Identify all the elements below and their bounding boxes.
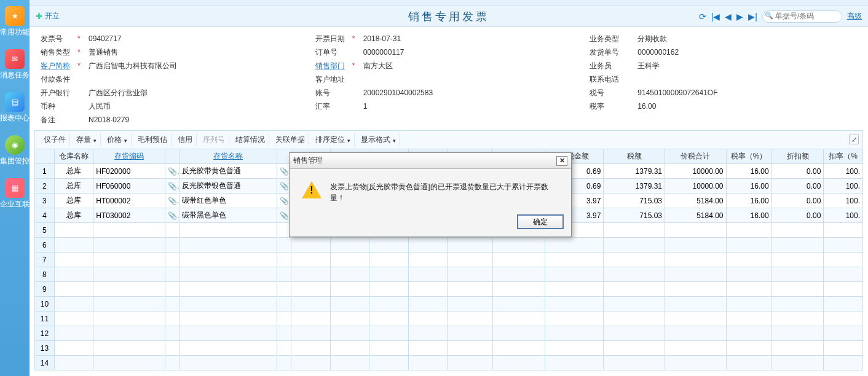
sidebar-item-report[interactable]: ▤报表中心: [0, 86, 30, 129]
table-row-empty[interactable]: 13: [35, 341, 863, 356]
cell-empty[interactable]: [545, 267, 604, 282]
cell-empty[interactable]: [771, 297, 824, 311]
attach-icon[interactable]: 📎: [165, 179, 179, 194]
cell-empty[interactable]: [665, 341, 727, 356]
cell-empty[interactable]: [93, 326, 165, 341]
field-value[interactable]: 0000000117: [361, 48, 404, 57]
cell-empty[interactable]: [165, 341, 179, 356]
cell-empty[interactable]: [726, 267, 771, 282]
cell-empty[interactable]: [330, 297, 369, 311]
cell-name[interactable]: 反光胶带银色普通: [180, 179, 277, 194]
cell-name[interactable]: 碳带红色单色: [180, 194, 277, 208]
field-value[interactable]: 0000000162: [635, 48, 679, 57]
cell-empty[interactable]: [93, 238, 165, 253]
cell-pst[interactable]: 10000.00: [665, 179, 727, 194]
cell-disc[interactable]: 0.00: [771, 179, 824, 194]
cell-empty[interactable]: [604, 341, 665, 356]
cell-empty[interactable]: [93, 356, 165, 370]
cell-empty[interactable]: [165, 223, 179, 238]
cell-tax[interactable]: 715.03: [604, 194, 665, 208]
cell-wh[interactable]: 总库: [54, 208, 93, 223]
cell-empty[interactable]: [493, 253, 545, 267]
cell-empty[interactable]: [771, 282, 824, 297]
cell-empty[interactable]: [291, 297, 331, 311]
gtb-disp[interactable]: 显示格式: [357, 133, 400, 146]
cell-empty[interactable]: [604, 297, 665, 311]
cell-empty[interactable]: [277, 253, 291, 267]
cell-empty[interactable]: [330, 238, 369, 253]
cell-empty[interactable]: [277, 267, 291, 282]
cell-empty[interactable]: [369, 253, 409, 267]
cell-empty[interactable]: [180, 223, 277, 238]
cell-empty[interactable]: [54, 223, 93, 238]
table-row-empty[interactable]: 14: [35, 356, 863, 370]
field-value[interactable]: 09402717: [86, 34, 121, 43]
cell-empty[interactable]: [408, 282, 448, 297]
cell-empty[interactable]: [771, 311, 824, 326]
field-value[interactable]: 南方大区: [361, 61, 393, 71]
table-row-empty[interactable]: 12: [35, 326, 863, 341]
cell-code[interactable]: HT030002: [93, 208, 165, 223]
reset-icon[interactable]: ⟳: [699, 12, 706, 22]
field-value[interactable]: 人民币: [86, 101, 111, 112]
cell-tax[interactable]: 1379.31: [604, 179, 665, 194]
cell-empty[interactable]: [726, 297, 771, 311]
cell-code[interactable]: HT000002: [93, 194, 165, 208]
cell-empty[interactable]: [665, 297, 727, 311]
new-button[interactable]: 开立: [36, 11, 60, 22]
cell-empty[interactable]: [54, 282, 93, 297]
cell-empty[interactable]: [277, 282, 291, 297]
table-row-empty[interactable]: 7: [35, 253, 863, 267]
sidebar-item-ent[interactable]: ▦企业互联: [0, 172, 30, 215]
cell-empty[interactable]: [291, 326, 331, 341]
close-icon[interactable]: ✕: [556, 156, 567, 166]
cell-empty[interactable]: [493, 297, 545, 311]
cell-empty[interactable]: [448, 282, 493, 297]
attach-icon[interactable]: 📎: [165, 194, 179, 208]
cell-empty[interactable]: [665, 253, 727, 267]
cell-empty[interactable]: [824, 297, 863, 311]
cell-empty[interactable]: [493, 282, 545, 297]
cell-empty[interactable]: [408, 267, 448, 282]
cell-tr[interactable]: 16.00: [726, 194, 771, 208]
cell-empty[interactable]: [165, 267, 179, 282]
cell-empty[interactable]: [824, 356, 863, 370]
cell-empty[interactable]: [545, 282, 604, 297]
cell-empty[interactable]: [726, 326, 771, 341]
cell-empty[interactable]: [291, 253, 331, 267]
cell-empty[interactable]: [165, 238, 179, 253]
cell-tax[interactable]: 1379.31: [604, 164, 665, 179]
gtb-credit[interactable]: 信用: [174, 133, 197, 146]
cell-empty[interactable]: [180, 326, 277, 341]
cell-empty[interactable]: [604, 282, 665, 297]
cell-empty[interactable]: [604, 238, 665, 253]
cell-wh[interactable]: 总库: [54, 194, 93, 208]
hdr-wh[interactable]: 仓库名称: [54, 149, 93, 164]
field-value[interactable]: 91450100009072641OF: [635, 88, 717, 97]
cell-empty[interactable]: [277, 297, 291, 311]
cell-empty[interactable]: [93, 311, 165, 326]
cell-empty[interactable]: [824, 267, 863, 282]
field-label[interactable]: 客户简称: [41, 61, 76, 71]
cell-empty[interactable]: [604, 311, 665, 326]
cell-empty[interactable]: [291, 356, 331, 370]
cell-empty[interactable]: [54, 238, 93, 253]
cell-empty[interactable]: [493, 267, 545, 282]
attach-icon[interactable]: 📎: [165, 208, 179, 223]
cell-empty[interactable]: [771, 356, 824, 370]
gtb-expand[interactable]: ⤢: [849, 135, 859, 144]
hdr-name[interactable]: 存货名称: [180, 149, 277, 164]
cell-empty[interactable]: [54, 341, 93, 356]
cell-empty[interactable]: [545, 341, 604, 356]
cell-empty[interactable]: [726, 311, 771, 326]
table-row-empty[interactable]: 8: [35, 267, 863, 282]
hdr-tax[interactable]: 税额: [604, 149, 665, 164]
cell-empty[interactable]: [771, 238, 824, 253]
cell-empty[interactable]: [93, 267, 165, 282]
cell-empty[interactable]: [291, 282, 331, 297]
sidebar-item-msg[interactable]: ✉消息任务: [0, 43, 30, 86]
cell-empty[interactable]: [665, 238, 727, 253]
cell-empty[interactable]: [493, 326, 545, 341]
gtb-sort[interactable]: 排序定位: [312, 133, 355, 146]
cell-empty[interactable]: [604, 356, 665, 370]
